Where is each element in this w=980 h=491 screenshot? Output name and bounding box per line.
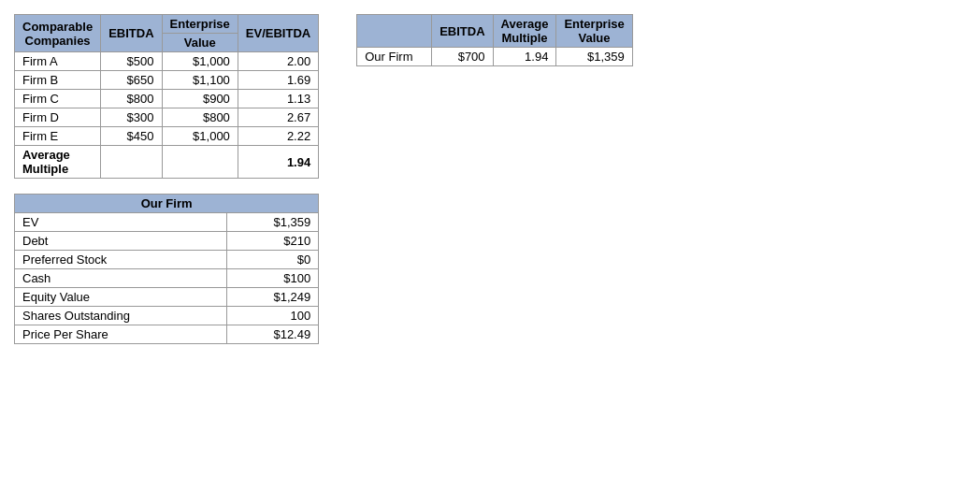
our-firm-row: Debt $210: [15, 232, 319, 251]
avg-value: 1.94: [238, 146, 318, 179]
page-layout: Comparable Companies EBITDA Enterprise E…: [14, 14, 966, 344]
ev-cell: $1,100: [162, 71, 238, 90]
firm-value-cell: $100: [227, 269, 319, 288]
firm-label-cell: Preferred Stock: [15, 251, 227, 269]
ev-cell: $1,000: [162, 127, 238, 146]
ebitda-cell: $500: [101, 52, 162, 71]
firm-value-cell: 100: [227, 307, 319, 325]
our-firm-breakdown-table: Our Firm EV $1,359 Debt $210 Preferred S…: [14, 194, 319, 344]
summary-table: EBITDA Average Multiple Enterprise Value…: [356, 14, 633, 66]
comparable-row: Firm E $450 $1,000 2.22: [15, 127, 319, 146]
col-companies-header: Comparable Companies: [15, 15, 101, 52]
summary-multiple-value: 1.94: [493, 48, 556, 66]
ev-cell: $900: [162, 90, 238, 108]
comparable-row: Firm B $650 $1,100 1.69: [15, 71, 319, 90]
evebitda-cell: 2.67: [238, 108, 318, 127]
ebitda-cell: $650: [101, 71, 162, 90]
firm-value-cell: $210: [227, 232, 319, 251]
summary-ev-header: Enterprise Value: [556, 15, 632, 48]
left-section: Comparable Companies EBITDA Enterprise E…: [14, 14, 319, 344]
firm-value-cell: $1,359: [227, 213, 319, 232]
col-ev-header-bottom: Value: [162, 34, 238, 52]
ebitda-cell: $300: [101, 108, 162, 127]
firm-label-cell: Debt: [15, 232, 227, 251]
summary-multiple-header: Average Multiple: [493, 15, 556, 48]
comparable-table: Comparable Companies EBITDA Enterprise E…: [14, 14, 319, 179]
our-firm-row: Preferred Stock $0: [15, 251, 319, 269]
firm-label-cell: Equity Value: [15, 288, 227, 307]
ebitda-cell: $450: [101, 127, 162, 146]
ebitda-cell: $800: [101, 90, 162, 108]
comparable-row: Firm A $500 $1,000 2.00: [15, 52, 319, 71]
company-cell: Firm D: [15, 108, 101, 127]
our-firm-row: Cash $100: [15, 269, 319, 288]
company-cell: Firm B: [15, 71, 101, 90]
avg-label: Average Multiple: [15, 146, 101, 179]
evebitda-cell: 2.00: [238, 52, 318, 71]
our-firm-row: Price Per Share $12.49: [15, 325, 319, 344]
evebitda-cell: 1.13: [238, 90, 318, 108]
firm-label-cell: EV: [15, 213, 227, 232]
company-cell: Firm E: [15, 127, 101, 146]
summary-ebitda-header: EBITDA: [432, 15, 493, 48]
our-firm-row: Equity Value $1,249: [15, 288, 319, 307]
summary-col1-header: [357, 15, 432, 48]
summary-ebitda-value: $700: [432, 48, 493, 66]
firm-value-cell: $12.49: [227, 325, 319, 344]
average-row: Average Multiple 1.94: [15, 146, 319, 179]
col-ebitda-header: EBITDA: [101, 15, 162, 52]
comparable-row: Firm D $300 $800 2.67: [15, 108, 319, 127]
company-cell: Firm A: [15, 52, 101, 71]
summary-company: Our Firm: [357, 48, 432, 66]
summary-data-row: Our Firm $700 1.94 $1,359: [357, 48, 633, 66]
comparable-row: Firm C $800 $900 1.13: [15, 90, 319, 108]
firm-value-cell: $1,249: [227, 288, 319, 307]
firm-label-cell: Price Per Share: [15, 325, 227, 344]
ev-cell: $800: [162, 108, 238, 127]
ev-cell: $1,000: [162, 52, 238, 71]
summary-ev-value: $1,359: [556, 48, 632, 66]
evebitda-cell: 1.69: [238, 71, 318, 90]
company-cell: Firm C: [15, 90, 101, 108]
evebitda-cell: 2.22: [238, 127, 318, 146]
firm-label-cell: Shares Outstanding: [15, 307, 227, 325]
firm-value-cell: $0: [227, 251, 319, 269]
our-firm-row: Shares Outstanding 100: [15, 307, 319, 325]
firm-label-cell: Cash: [15, 269, 227, 288]
right-section: EBITDA Average Multiple Enterprise Value…: [356, 14, 633, 66]
our-firm-header: Our Firm: [15, 195, 319, 213]
col-ev-header-top: Enterprise: [162, 15, 238, 34]
col-evebitda-header: EV/EBITDA: [238, 15, 318, 52]
our-firm-row: EV $1,359: [15, 213, 319, 232]
